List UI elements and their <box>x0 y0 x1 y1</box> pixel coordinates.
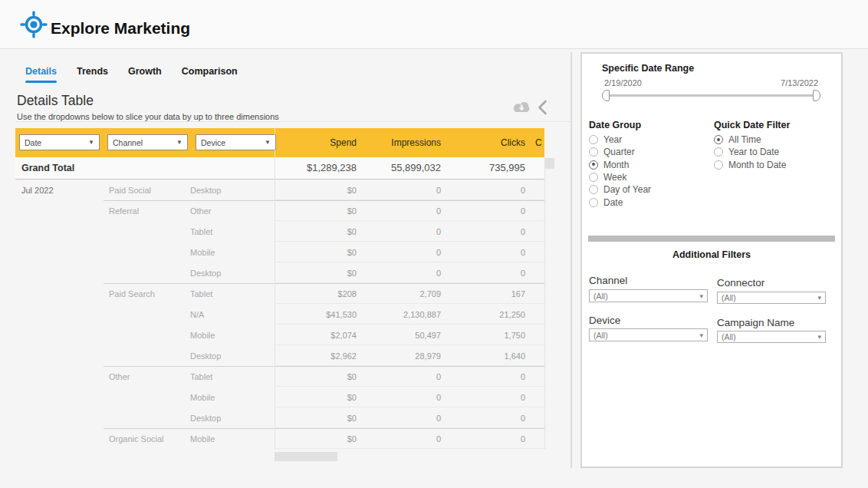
radio-icon <box>714 135 723 144</box>
row-device: Mobile <box>190 331 275 340</box>
channel-dimension-dropdown[interactable]: Channel ▼ <box>107 134 188 150</box>
radio-icon <box>589 198 598 207</box>
chevron-down-icon: ▼ <box>265 139 271 146</box>
table-row[interactable]: Mobile $2,074 50,497 1,750 <box>15 325 544 345</box>
device-filter-dropdown[interactable]: (All) ▾ <box>589 328 708 341</box>
column-header-impressions: Impressions <box>359 128 443 157</box>
radio-option[interactable]: Month <box>589 159 651 171</box>
row-channel: Referral <box>104 206 190 216</box>
row-device: Mobile <box>190 393 275 402</box>
radio-option[interactable]: Day of Year <box>589 183 651 196</box>
tab-details[interactable]: Details <box>25 66 57 77</box>
device-dimension-dropdown[interactable]: Device ▼ <box>196 134 276 150</box>
vertical-scrollbar-thumb[interactable] <box>545 158 554 169</box>
radio-option[interactable]: Date <box>589 196 651 208</box>
row-device: Mobile <box>190 434 275 443</box>
campaign-name-filter-dropdown[interactable]: (All) ▾ <box>717 331 826 343</box>
table-row[interactable]: Jul 2022 Paid Social Desktop $0 0 0 <box>15 180 544 200</box>
column-header-spend: Spend <box>275 128 359 157</box>
tab-bar: Details Trends Growth Comparison <box>25 66 238 77</box>
row-impressions: 2,709 <box>359 289 443 298</box>
date-dimension-value: Date <box>25 138 41 147</box>
date-dimension-dropdown[interactable]: Date ▼ <box>19 134 100 150</box>
connector-filter-value: (All) <box>722 293 736 302</box>
row-channel: Paid Social <box>104 186 190 195</box>
row-device: Tablet <box>190 372 275 381</box>
table-row[interactable]: Tablet $0 0 0 <box>15 221 544 242</box>
panel-scroll-bar[interactable] <box>588 236 835 242</box>
row-spend: $0 <box>275 248 359 257</box>
radio-icon <box>589 185 598 194</box>
table-row[interactable]: Desktop $2,962 28,979 1,640 <box>15 345 544 366</box>
chevron-down-icon: ▾ <box>817 333 821 341</box>
date-range-slider-handle-start[interactable] <box>602 90 610 101</box>
table-row[interactable]: Desktop $0 0 0 <box>15 407 544 428</box>
table-row[interactable]: Referral Other $0 0 0 <box>15 200 544 221</box>
connector-filter-dropdown[interactable]: (All) ▾ <box>717 292 826 304</box>
row-spend: $0 <box>275 372 359 381</box>
row-device: Desktop <box>190 269 275 278</box>
radio-icon <box>589 135 598 144</box>
horizontal-scrollbar-thumb[interactable] <box>275 452 337 461</box>
row-clicks: 1,640 <box>443 351 528 361</box>
row-device: N/A <box>190 310 275 319</box>
row-clicks: 0 <box>443 393 528 402</box>
table-row[interactable]: Paid Search Tablet $208 2,709 167 <box>15 283 544 304</box>
app-title: Explore Marketing <box>51 19 190 38</box>
table-body: Jul 2022 Paid Social Desktop $0 0 0 Refe… <box>15 180 544 449</box>
channel-filter-dropdown[interactable]: (All) ▾ <box>589 289 708 302</box>
row-spend: $208 <box>275 289 359 298</box>
chevron-down-icon: ▼ <box>88 139 94 146</box>
table-row[interactable]: Organic Social Mobile $0 0 0 <box>15 428 544 449</box>
radio-label: All Time <box>728 134 761 145</box>
row-channel: Other <box>104 372 190 381</box>
table-row[interactable]: Other Tablet $0 0 0 <box>15 366 544 387</box>
row-clicks: 0 <box>443 248 528 257</box>
row-device: Tablet <box>190 289 275 298</box>
row-device: Tablet <box>190 227 275 236</box>
date-range-slider-track[interactable] <box>606 94 814 97</box>
channel-dimension-value: Channel <box>113 138 143 147</box>
tab-growth[interactable]: Growth <box>128 66 162 77</box>
device-filter-value: (All) <box>593 331 608 340</box>
row-impressions: 0 <box>359 434 443 443</box>
table-row[interactable]: Mobile $0 0 0 <box>15 387 544 407</box>
row-impressions: 28,979 <box>359 351 443 361</box>
chevron-left-icon[interactable] <box>537 99 548 116</box>
radio-option[interactable]: Week <box>589 171 651 183</box>
quick-date-filter-title: Quick Date Filter <box>714 120 790 130</box>
radio-option[interactable]: Month to Date <box>714 159 786 171</box>
row-channel: Paid Search <box>104 289 190 298</box>
radio-icon <box>589 147 598 157</box>
radio-label: Week <box>603 172 626 183</box>
row-impressions: 50,497 <box>359 331 443 340</box>
row-spend: $0 <box>275 269 359 278</box>
date-range-start-label: 2/19/2020 <box>604 78 642 87</box>
table-row[interactable]: Mobile $0 0 0 <box>15 242 544 262</box>
radio-option[interactable]: Year <box>589 134 651 146</box>
grand-total-clicks: 735,995 <box>443 157 528 179</box>
panel-divider <box>570 52 572 468</box>
tab-comparison[interactable]: Comparison <box>182 66 238 77</box>
row-spend: $0 <box>275 393 359 402</box>
grand-total-row[interactable]: Grand Total $1,289,238 55,899,032 735,99… <box>15 157 544 180</box>
radio-option[interactable]: Quarter <box>589 146 651 158</box>
row-impressions: 2,130,887 <box>359 310 443 319</box>
tab-trends[interactable]: Trends <box>77 66 108 77</box>
row-spend: $2,074 <box>275 331 359 340</box>
filter-label-channel: Channel <box>589 275 627 286</box>
row-clicks: 0 <box>443 372 528 381</box>
cloud-download-icon[interactable] <box>511 100 532 115</box>
row-clicks: 0 <box>443 206 528 216</box>
column-divider <box>275 157 275 449</box>
row-clicks: 167 <box>443 289 528 298</box>
radio-option[interactable]: All Time <box>714 134 786 146</box>
table-row[interactable]: N/A $41,530 2,130,887 21,250 <box>15 304 544 325</box>
row-date: Jul 2022 <box>15 186 104 195</box>
radio-option[interactable]: Year to Date <box>714 146 786 158</box>
date-range-slider-handle-end[interactable] <box>813 90 820 101</box>
grand-total-impressions: 55,899,032 <box>359 157 443 179</box>
quick-date-filter-options: All Time Year to Date Month to Date <box>714 134 786 171</box>
table-row[interactable]: Desktop $0 0 0 <box>15 262 544 283</box>
sheet-subtitle: Use the dropdowns below to slice your da… <box>17 112 279 121</box>
